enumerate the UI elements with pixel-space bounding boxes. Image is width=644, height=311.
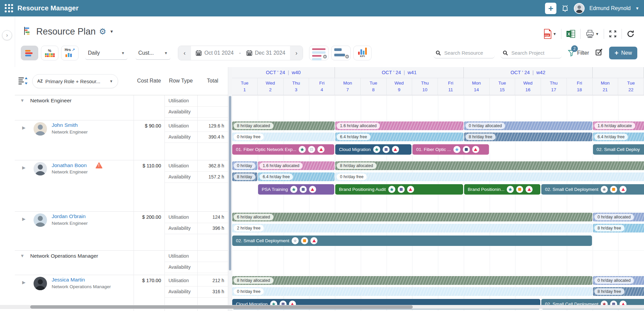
filter-button[interactable]: 2 Filter: [568, 49, 589, 57]
user-menu-chevron-down-icon[interactable]: ▼: [635, 6, 639, 11]
availability-bar-segment[interactable]: 0 hr/day free: [232, 287, 592, 296]
prev-period-button[interactable]: ‹: [178, 46, 191, 60]
utilisation-bar-segment[interactable]: 0 hr/day allocated: [464, 121, 592, 130]
horizontal-scrollbar-thumb[interactable]: [30, 305, 413, 309]
cost-rate-value: $ 110.00: [134, 160, 161, 171]
project-bar-settings-button[interactable]: ⚙: [331, 46, 351, 60]
day-header-cell: Tue8: [361, 78, 387, 95]
availability-bar-segment[interactable]: 0 hr/day free: [335, 172, 644, 181]
bulk-edit-icon[interactable]: [595, 48, 603, 58]
availability-bar-segment[interactable]: 6.4 hr/day free: [335, 133, 463, 141]
availability-bar-segment[interactable]: 6.4 hr/day free: [593, 133, 644, 141]
plan-settings-chevron-down-icon[interactable]: ▼: [110, 29, 114, 34]
project-bar[interactable]: Brand Positioning Audit: [335, 184, 463, 195]
bar-label-pill: 6.4 hr/day free: [594, 134, 628, 140]
notifications-icon[interactable]: [561, 4, 569, 12]
next-period-button[interactable]: ›: [290, 46, 303, 60]
total-value: 362.8 h: [197, 160, 224, 171]
expand-caret-icon[interactable]: ▶: [22, 125, 26, 130]
overallocation-warning-icon[interactable]: [95, 162, 103, 168]
utilisation-bar-settings-button[interactable]: ⚙: [309, 46, 329, 60]
sort-order-icon[interactable]: [18, 76, 28, 87]
search-resource-input[interactable]: [444, 50, 491, 56]
collapse-caret-icon[interactable]: ▼: [20, 253, 24, 258]
availability-bar-segment[interactable]: 8 hr/day free: [593, 224, 644, 232]
bar-label-pill: 0 hr/day free: [337, 173, 367, 180]
project-bar[interactable]: 01. Fiber Optic Network Exp...: [232, 144, 334, 155]
availability-bar-segment[interactable]: 2 hr/day free: [232, 224, 592, 232]
utilisation-bar-segment[interactable]: 0 hr/day allocated: [593, 213, 644, 221]
day-name: Fri: [319, 80, 325, 87]
day-number: 2: [269, 87, 272, 93]
triangle-icon: [407, 186, 414, 193]
hours-chart-view-button[interactable]: Hrs ↗: [61, 46, 79, 60]
project-bar[interactable]: Brand Positionin...: [464, 184, 540, 195]
resource-name-link[interactable]: Jonathan Boon: [52, 162, 87, 168]
utilisation-bar-segment[interactable]: 1.6 hr/day allocated: [335, 121, 463, 130]
export-excel-button[interactable]: X: [566, 30, 576, 38]
quick-add-button[interactable]: +: [545, 3, 556, 14]
project-bar[interactable]: Cloud Migration: [335, 144, 411, 155]
resource-name-link[interactable]: John Smith: [52, 122, 78, 128]
range-preset-select[interactable]: Cust...▼: [136, 46, 170, 60]
utilisation-bar-segment[interactable]: 8 hr/day allocated: [335, 161, 644, 170]
end-date-field[interactable]: Dec 31 2024: [242, 46, 290, 60]
project-bar[interactable]: 02. Small Cell Deploy: [593, 144, 644, 155]
pdf-options-chevron-down-icon[interactable]: ▼: [553, 32, 556, 36]
resource-row: ▶Jordan O'brainNetwork Engineer$ 200.00U…: [15, 211, 228, 250]
availability-bar-segment[interactable]: 6.4 hr/day free: [258, 172, 335, 181]
project-bar[interactable]: PSA Training: [258, 184, 334, 195]
project-bar[interactable]: 01. Fiber Optic ...: [412, 144, 489, 155]
group-by-select[interactable]: AZ Primary Role + Resour... ▼: [32, 74, 118, 88]
expand-caret-icon[interactable]: ▶: [22, 165, 26, 170]
availability-bar-segment[interactable]: 8 hr/day free: [464, 133, 592, 141]
day-header-cell: Fri11: [438, 78, 464, 95]
utilisation-bar-segment[interactable]: 8 hr/day allocated: [232, 121, 335, 130]
availability-bar-segment[interactable]: 8 hr/day free: [593, 287, 644, 296]
user-name[interactable]: Edmund Reynold: [589, 5, 631, 11]
kpi-chart-button[interactable]: KPI: [353, 46, 371, 60]
resource-name-link[interactable]: Jordan O'brain: [52, 213, 86, 219]
square-icon: [398, 186, 405, 193]
project-bar[interactable]: 02. Small Cell Deployment: [232, 236, 592, 246]
refresh-icon[interactable]: [627, 30, 635, 38]
print-options-chevron-down-icon[interactable]: ▼: [595, 32, 599, 36]
search-icon: [436, 50, 441, 56]
star-icon: [373, 146, 380, 153]
day-number: 7: [346, 87, 349, 93]
fullscreen-icon[interactable]: [609, 30, 617, 38]
utilisation-bar-segment[interactable]: 8 hr/day allocated: [232, 276, 592, 285]
plan-settings-gear-icon[interactable]: ⚙: [99, 28, 106, 36]
bar-label-pill: 8 hr/day: [234, 173, 255, 180]
print-button[interactable]: ▼: [585, 30, 599, 38]
resource-name-link[interactable]: Jessica Martin: [52, 277, 85, 283]
day-number: 17: [551, 87, 556, 93]
horizontal-scrollbar[interactable]: [0, 305, 644, 309]
user-avatar[interactable]: [574, 3, 585, 14]
utilisation-bar-segment[interactable]: 1.6 hr/day allocate: [593, 121, 644, 130]
sidebar-expand-button[interactable]: ›: [2, 30, 12, 40]
search-project-input[interactable]: [511, 50, 558, 56]
expand-caret-icon[interactable]: ▶: [22, 216, 26, 221]
bar-label-pill: 8 hr/day free: [594, 225, 625, 231]
gantt-view-button[interactable]: [21, 46, 38, 60]
utilisation-bar-segment[interactable]: 0 hr/day allocated: [593, 276, 644, 285]
availability-bar-segment[interactable]: 8 hr/day: [232, 172, 257, 181]
project-bar[interactable]: 02. Small Cell Deployment: [541, 184, 644, 195]
start-date-field[interactable]: Oct 01 2024: [191, 46, 238, 60]
day-number: 9: [398, 87, 401, 93]
new-button[interactable]: + New: [609, 47, 637, 59]
app-grid-icon[interactable]: [5, 4, 13, 13]
utilisation-bar-segment[interactable]: 1.6 hr/day allocated: [258, 161, 335, 170]
vertical-scrollbar[interactable]: [228, 67, 232, 311]
period-select[interactable]: Daily▼: [85, 46, 128, 60]
resource-role: Network Engineer: [52, 129, 88, 135]
availability-bar-segment[interactable]: 0 hr/day free: [232, 133, 335, 141]
expand-caret-icon[interactable]: ▶: [22, 280, 26, 285]
utilisation-bar-segment[interactable]: 6 hr/day allocated: [232, 213, 592, 221]
collapse-caret-icon[interactable]: ▼: [20, 98, 24, 103]
vertical-scrollbar-thumb[interactable]: [229, 96, 231, 270]
export-pdf-button[interactable]: PDF ▼: [543, 29, 556, 39]
utilisation-bar-segment[interactable]: 0 hr/day: [232, 161, 257, 170]
heatmap-view-button[interactable]: %: [41, 46, 58, 60]
